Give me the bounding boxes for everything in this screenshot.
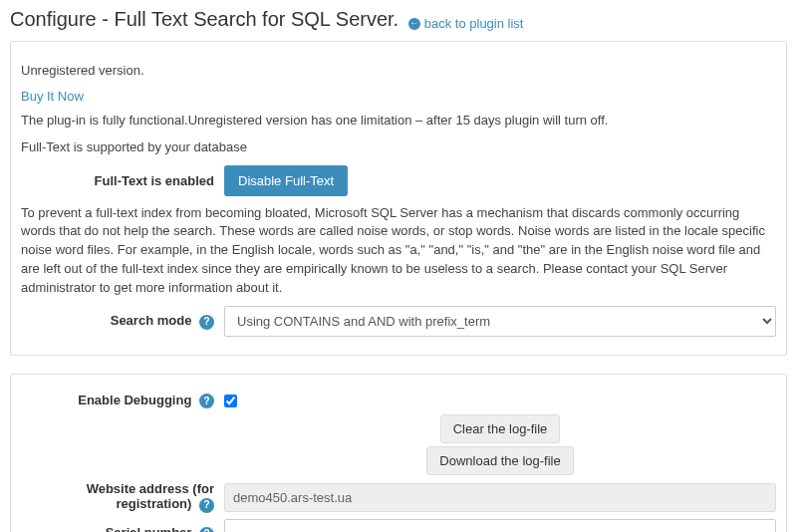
website-address-value: demo450.ars-test.ua [224, 483, 776, 512]
unregistered-text: Unregistered version. [21, 62, 776, 81]
help-icon[interactable]: ? [199, 394, 214, 408]
noise-words-text: To prevent a full-text index from becomi… [21, 204, 776, 298]
help-icon[interactable]: ? [199, 498, 214, 513]
back-to-plugin-list-link[interactable]: ← back to plugin list [408, 16, 524, 31]
limitation-text: The plug-in is fully functional.Unregist… [21, 112, 776, 131]
config-panel-main: Unregistered version. Buy It Now The plu… [10, 41, 787, 356]
page-title-text: Configure - Full Text Search for SQL Ser… [10, 8, 398, 30]
enable-debugging-label: Enable Debugging [78, 393, 191, 407]
download-log-button[interactable]: Download the log-file [426, 446, 573, 475]
search-mode-select[interactable]: Using CONTAINS and AND with prefix_term [224, 306, 776, 337]
buy-it-now-link[interactable]: Buy It Now [21, 89, 84, 104]
supported-text: Full-Text is supported by your database [21, 138, 776, 157]
disable-fulltext-button[interactable]: Disable Full-Text [224, 165, 348, 196]
help-icon[interactable]: ? [199, 315, 214, 330]
search-mode-label: Search mode [111, 313, 192, 328]
page-title: Configure - Full Text Search for SQL Ser… [10, 8, 787, 31]
serial-number-label: Serial number [106, 525, 192, 532]
clear-log-button[interactable]: Clear the log-file [440, 414, 561, 443]
back-arrow-icon: ← [408, 18, 420, 30]
back-link-label: back to plugin list [424, 16, 524, 31]
fulltext-enabled-label: Full-Text is enabled [21, 173, 224, 188]
help-icon[interactable]: ? [199, 527, 214, 533]
config-panel-debug: Enable Debugging ? Clear the log-file Do… [10, 374, 787, 532]
serial-number-input[interactable] [224, 519, 776, 532]
enable-debugging-checkbox[interactable] [224, 395, 237, 407]
website-address-label: Website address (for registration) [87, 481, 214, 511]
